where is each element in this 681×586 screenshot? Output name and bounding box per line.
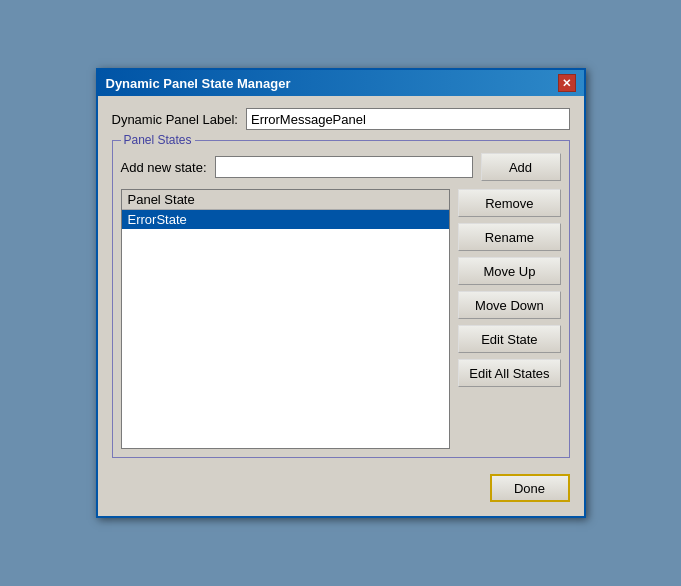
- list-box[interactable]: Panel State ErrorState: [121, 189, 451, 449]
- add-new-state-label: Add new state:: [121, 160, 207, 175]
- panel-states-group: Panel States Add new state: Add Panel St…: [112, 140, 570, 458]
- dialog-title: Dynamic Panel State Manager: [106, 76, 291, 91]
- dialog-window: Dynamic Panel State Manager ✕ Dynamic Pa…: [96, 68, 586, 518]
- list-header: Panel State: [122, 190, 450, 210]
- add-state-row: Add new state: Add: [121, 153, 561, 181]
- edit-all-states-button[interactable]: Edit All States: [458, 359, 560, 387]
- move-up-button[interactable]: Move Up: [458, 257, 560, 285]
- add-button[interactable]: Add: [481, 153, 561, 181]
- add-new-state-input[interactable]: [215, 156, 473, 178]
- dynamic-panel-label: Dynamic Panel Label:: [112, 112, 238, 127]
- dialog-body: Dynamic Panel Label: Panel States Add ne…: [98, 96, 584, 516]
- done-button[interactable]: Done: [490, 474, 570, 502]
- list-item[interactable]: ErrorState: [122, 210, 450, 229]
- move-down-button[interactable]: Move Down: [458, 291, 560, 319]
- close-button[interactable]: ✕: [558, 74, 576, 92]
- edit-state-button[interactable]: Edit State: [458, 325, 560, 353]
- remove-button[interactable]: Remove: [458, 189, 560, 217]
- list-area: Panel State ErrorState: [121, 189, 451, 449]
- buttons-area: Remove Rename Move Up Move Down Edit Sta…: [458, 189, 560, 449]
- rename-button[interactable]: Rename: [458, 223, 560, 251]
- label-field-row: Dynamic Panel Label:: [112, 108, 570, 130]
- footer: Done: [112, 468, 570, 502]
- title-bar: Dynamic Panel State Manager ✕: [98, 70, 584, 96]
- dynamic-panel-input[interactable]: [246, 108, 570, 130]
- panel-states-legend: Panel States: [121, 133, 195, 147]
- main-content: Panel State ErrorState Remove Rename Mov…: [121, 189, 561, 449]
